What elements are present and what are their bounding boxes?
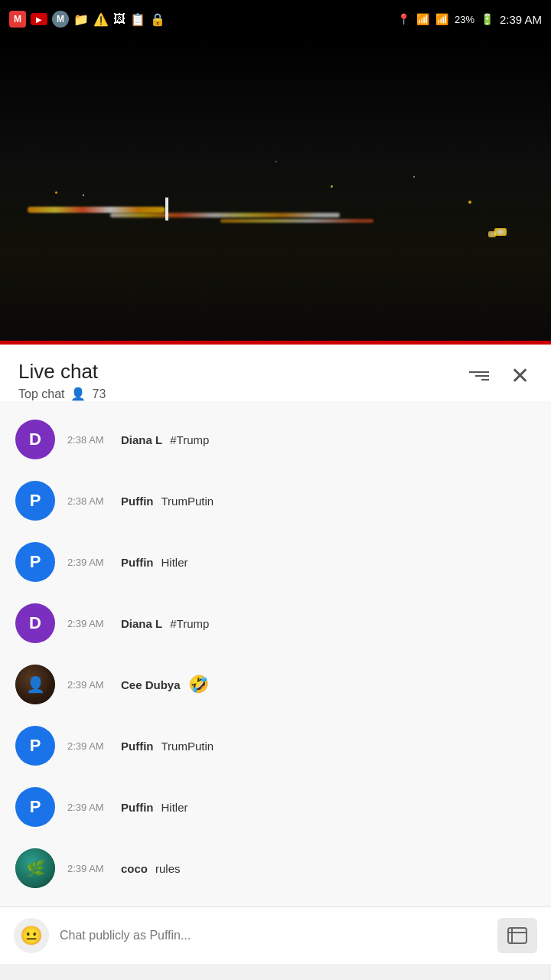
message-content: 2:39 AMDiana L#Trump	[67, 617, 536, 630]
status-bar: M ▶ M 📁 ⚠️ 🖼 📋 🔒 📍 📶 📶 23% 🔋 2:39 AM	[0, 0, 551, 38]
message-time: 2:39 AM	[67, 802, 113, 813]
chat-message: D2:38 AMDiana L#Trump	[0, 409, 551, 470]
wifi-icon: 📶	[416, 13, 429, 25]
battery-text: 23%	[455, 14, 474, 25]
chat-message: P2:39 AMPuffinHitler	[0, 776, 551, 838]
chat-input-bar: 😐	[0, 906, 551, 964]
message-content: 2:39 AMcocorules	[67, 862, 536, 875]
message-content: 2:39 AMPuffinHitler	[67, 556, 536, 569]
folder-icon: 📁	[73, 12, 89, 27]
youtube-icon: ▶	[31, 13, 47, 25]
message-time: 2:39 AM	[67, 679, 113, 691]
send-button[interactable]	[497, 918, 537, 953]
status-icons-right: 📍 📶 📶 23% 🔋 2:39 AM	[397, 13, 542, 26]
chat-message: P2:38 AMPuffinTrumPutin	[0, 470, 551, 531]
viewers-icon: 👤	[70, 387, 86, 401]
filter-line-bot	[481, 379, 489, 381]
message-emoji: 🤣	[188, 675, 209, 694]
avatar: P	[15, 542, 55, 582]
viewers-count: 73	[92, 387, 106, 401]
progress-bar	[0, 341, 551, 345]
emoji-button[interactable]: 😐	[14, 918, 49, 953]
filter-line-top	[469, 371, 489, 373]
message-author: Diana L	[121, 433, 162, 446]
avatar: 🌿	[15, 848, 55, 888]
top-chat-label[interactable]: Top chat	[18, 387, 64, 401]
avatar: P	[15, 481, 55, 521]
avatar: P	[15, 726, 55, 766]
message-text: TrumPutin	[161, 495, 214, 508]
message-text: #Trump	[170, 617, 209, 630]
live-chat-title: Live chat	[18, 360, 106, 384]
message-content: 2:39 AMPuffinTrumPutin	[67, 740, 536, 753]
battery-icon: 🔋	[481, 13, 494, 25]
chat-header-left: Live chat Top chat 👤 73	[18, 360, 106, 401]
message-text: Hitler	[161, 556, 188, 569]
avatar: D	[15, 420, 55, 459]
chat-messages-list: D2:38 AMDiana L#TrumpP2:38 AMPuffinTrumP…	[0, 401, 551, 906]
message-author: coco	[121, 862, 148, 875]
chat-header: Live chat Top chat 👤 73 ✕	[0, 345, 551, 401]
video-player[interactable]	[0, 38, 551, 345]
avatar: P	[15, 787, 55, 827]
message-time: 2:39 AM	[67, 863, 113, 874]
status-time: 2:39 AM	[500, 13, 542, 26]
send-icon	[507, 926, 528, 945]
message-time: 2:38 AM	[67, 434, 113, 446]
filter-button[interactable]	[466, 368, 492, 384]
lock-icon: 🔒	[150, 12, 165, 27]
location-icon: 📍	[397, 13, 410, 25]
message-text: Hitler	[161, 801, 188, 814]
live-chat-section: Live chat Top chat 👤 73 ✕ D2:38 AMDiana …	[0, 345, 551, 964]
message-time: 2:38 AM	[67, 495, 113, 507]
calendar-icon: 📋	[130, 12, 145, 27]
signal-icon: 📶	[435, 13, 448, 25]
chat-header-actions: ✕	[466, 363, 533, 389]
message-text: #Trump	[170, 433, 209, 446]
status-icons-left: M ▶ M 📁 ⚠️ 🖼 📋 🔒	[9, 11, 165, 28]
message-content: 2:38 AMDiana L#Trump	[67, 433, 536, 446]
message-text: rules	[155, 862, 181, 875]
svg-rect-0	[508, 928, 527, 943]
chat-message: P2:39 AMPuffinTrumPutin	[0, 715, 551, 776]
app-icon-m2: M	[52, 11, 69, 28]
chat-message: 🌿2:39 AMcocorules	[0, 838, 551, 899]
message-author: Puffin	[121, 740, 154, 753]
message-author: Puffin	[121, 801, 154, 814]
message-author: Puffin	[121, 495, 154, 508]
message-author: Diana L	[121, 617, 162, 630]
avatar: 👤	[15, 665, 55, 704]
avatar: D	[15, 603, 55, 643]
message-time: 2:39 AM	[67, 740, 113, 752]
app-icon-m: M	[9, 11, 26, 28]
message-content: 2:39 AMPuffinHitler	[67, 801, 536, 814]
message-time: 2:39 AM	[67, 557, 113, 568]
chat-subheader: Top chat 👤 73	[18, 387, 106, 401]
message-author: Cee Dubya	[121, 678, 181, 691]
warning-icon: ⚠️	[93, 12, 109, 27]
message-text: TrumPutin	[161, 740, 214, 753]
chat-message: P2:39 AMPuffinHitler	[0, 531, 551, 593]
message-content: 2:39 AMCee Dubya🤣	[67, 675, 536, 694]
chat-input[interactable]	[60, 918, 487, 953]
chat-message: 👤2:39 AMCee Dubya🤣	[0, 654, 551, 715]
image-icon: 🖼	[113, 12, 126, 26]
close-button[interactable]: ✕	[507, 363, 533, 389]
filter-line-mid	[475, 375, 489, 377]
message-author: Puffin	[121, 556, 154, 569]
message-time: 2:39 AM	[67, 618, 113, 629]
chat-message: D2:39 AMDiana L#Trump	[0, 593, 551, 654]
message-content: 2:38 AMPuffinTrumPutin	[67, 495, 536, 508]
